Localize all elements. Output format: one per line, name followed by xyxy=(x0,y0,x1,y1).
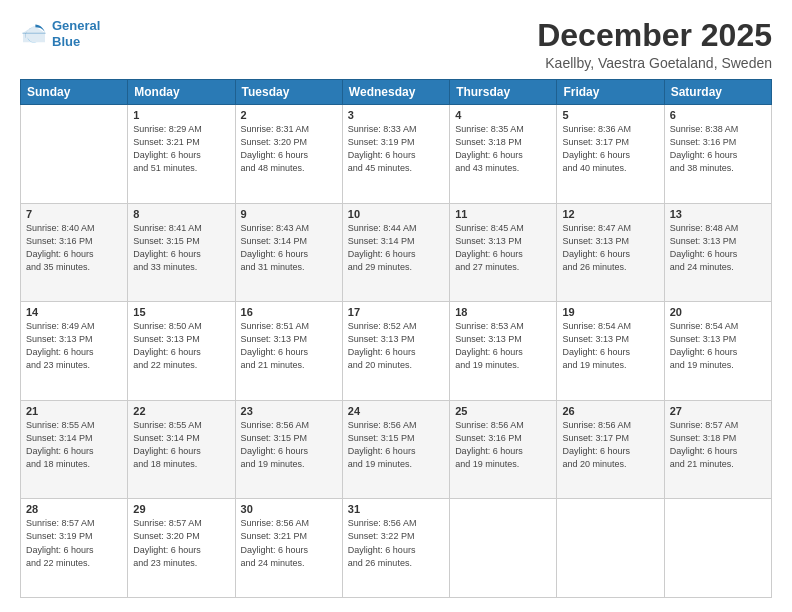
day-info: Sunrise: 8:40 AM Sunset: 3:16 PM Dayligh… xyxy=(26,222,122,274)
day-info: Sunrise: 8:54 AM Sunset: 3:13 PM Dayligh… xyxy=(670,320,766,372)
calendar-cell: 30Sunrise: 8:56 AM Sunset: 3:21 PM Dayli… xyxy=(235,499,342,598)
day-info: Sunrise: 8:48 AM Sunset: 3:13 PM Dayligh… xyxy=(670,222,766,274)
logo: General Blue xyxy=(20,18,100,49)
calendar-cell: 27Sunrise: 8:57 AM Sunset: 3:18 PM Dayli… xyxy=(664,400,771,499)
logo-text: General Blue xyxy=(52,18,100,49)
day-number: 25 xyxy=(455,405,551,417)
calendar-cell: 3Sunrise: 8:33 AM Sunset: 3:19 PM Daylig… xyxy=(342,105,449,204)
calendar-cell: 31Sunrise: 8:56 AM Sunset: 3:22 PM Dayli… xyxy=(342,499,449,598)
calendar-cell xyxy=(21,105,128,204)
title-block: December 2025 Kaellby, Vaestra Goetaland… xyxy=(537,18,772,71)
calendar-cell: 16Sunrise: 8:51 AM Sunset: 3:13 PM Dayli… xyxy=(235,302,342,401)
calendar-cell xyxy=(664,499,771,598)
calendar-cell: 2Sunrise: 8:31 AM Sunset: 3:20 PM Daylig… xyxy=(235,105,342,204)
day-number: 1 xyxy=(133,109,229,121)
calendar-header-sunday: Sunday xyxy=(21,80,128,105)
calendar-cell: 23Sunrise: 8:56 AM Sunset: 3:15 PM Dayli… xyxy=(235,400,342,499)
day-info: Sunrise: 8:41 AM Sunset: 3:15 PM Dayligh… xyxy=(133,222,229,274)
day-info: Sunrise: 8:43 AM Sunset: 3:14 PM Dayligh… xyxy=(241,222,337,274)
calendar-week-row: 28Sunrise: 8:57 AM Sunset: 3:19 PM Dayli… xyxy=(21,499,772,598)
calendar-cell: 19Sunrise: 8:54 AM Sunset: 3:13 PM Dayli… xyxy=(557,302,664,401)
calendar-header-saturday: Saturday xyxy=(664,80,771,105)
day-number: 13 xyxy=(670,208,766,220)
day-number: 29 xyxy=(133,503,229,515)
day-number: 2 xyxy=(241,109,337,121)
calendar-cell: 12Sunrise: 8:47 AM Sunset: 3:13 PM Dayli… xyxy=(557,203,664,302)
calendar-cell: 6Sunrise: 8:38 AM Sunset: 3:16 PM Daylig… xyxy=(664,105,771,204)
calendar-week-row: 1Sunrise: 8:29 AM Sunset: 3:21 PM Daylig… xyxy=(21,105,772,204)
day-info: Sunrise: 8:29 AM Sunset: 3:21 PM Dayligh… xyxy=(133,123,229,175)
calendar-cell: 25Sunrise: 8:56 AM Sunset: 3:16 PM Dayli… xyxy=(450,400,557,499)
day-number: 16 xyxy=(241,306,337,318)
day-number: 17 xyxy=(348,306,444,318)
day-number: 11 xyxy=(455,208,551,220)
calendar-cell: 7Sunrise: 8:40 AM Sunset: 3:16 PM Daylig… xyxy=(21,203,128,302)
month-title: December 2025 xyxy=(537,18,772,53)
logo-blue: Blue xyxy=(52,34,80,49)
header: General Blue December 2025 Kaellby, Vaes… xyxy=(20,18,772,71)
location-title: Kaellby, Vaestra Goetaland, Sweden xyxy=(537,55,772,71)
day-info: Sunrise: 8:50 AM Sunset: 3:13 PM Dayligh… xyxy=(133,320,229,372)
day-number: 19 xyxy=(562,306,658,318)
calendar-cell: 13Sunrise: 8:48 AM Sunset: 3:13 PM Dayli… xyxy=(664,203,771,302)
calendar-cell: 22Sunrise: 8:55 AM Sunset: 3:14 PM Dayli… xyxy=(128,400,235,499)
day-number: 5 xyxy=(562,109,658,121)
calendar-cell: 14Sunrise: 8:49 AM Sunset: 3:13 PM Dayli… xyxy=(21,302,128,401)
day-info: Sunrise: 8:55 AM Sunset: 3:14 PM Dayligh… xyxy=(133,419,229,471)
day-number: 28 xyxy=(26,503,122,515)
calendar-header-thursday: Thursday xyxy=(450,80,557,105)
day-info: Sunrise: 8:56 AM Sunset: 3:21 PM Dayligh… xyxy=(241,517,337,569)
day-number: 21 xyxy=(26,405,122,417)
day-info: Sunrise: 8:47 AM Sunset: 3:13 PM Dayligh… xyxy=(562,222,658,274)
day-info: Sunrise: 8:31 AM Sunset: 3:20 PM Dayligh… xyxy=(241,123,337,175)
day-info: Sunrise: 8:57 AM Sunset: 3:19 PM Dayligh… xyxy=(26,517,122,569)
day-number: 14 xyxy=(26,306,122,318)
calendar-header-monday: Monday xyxy=(128,80,235,105)
calendar-cell: 18Sunrise: 8:53 AM Sunset: 3:13 PM Dayli… xyxy=(450,302,557,401)
day-number: 15 xyxy=(133,306,229,318)
calendar-cell: 10Sunrise: 8:44 AM Sunset: 3:14 PM Dayli… xyxy=(342,203,449,302)
day-info: Sunrise: 8:57 AM Sunset: 3:20 PM Dayligh… xyxy=(133,517,229,569)
day-info: Sunrise: 8:33 AM Sunset: 3:19 PM Dayligh… xyxy=(348,123,444,175)
day-info: Sunrise: 8:54 AM Sunset: 3:13 PM Dayligh… xyxy=(562,320,658,372)
day-info: Sunrise: 8:45 AM Sunset: 3:13 PM Dayligh… xyxy=(455,222,551,274)
calendar-cell: 21Sunrise: 8:55 AM Sunset: 3:14 PM Dayli… xyxy=(21,400,128,499)
day-number: 12 xyxy=(562,208,658,220)
calendar-header-row: SundayMondayTuesdayWednesdayThursdayFrid… xyxy=(21,80,772,105)
calendar-cell: 8Sunrise: 8:41 AM Sunset: 3:15 PM Daylig… xyxy=(128,203,235,302)
calendar-cell: 1Sunrise: 8:29 AM Sunset: 3:21 PM Daylig… xyxy=(128,105,235,204)
day-info: Sunrise: 8:56 AM Sunset: 3:15 PM Dayligh… xyxy=(241,419,337,471)
day-info: Sunrise: 8:56 AM Sunset: 3:17 PM Dayligh… xyxy=(562,419,658,471)
day-number: 8 xyxy=(133,208,229,220)
calendar-cell: 17Sunrise: 8:52 AM Sunset: 3:13 PM Dayli… xyxy=(342,302,449,401)
day-number: 3 xyxy=(348,109,444,121)
calendar-week-row: 7Sunrise: 8:40 AM Sunset: 3:16 PM Daylig… xyxy=(21,203,772,302)
calendar-cell: 15Sunrise: 8:50 AM Sunset: 3:13 PM Dayli… xyxy=(128,302,235,401)
calendar-header-wednesday: Wednesday xyxy=(342,80,449,105)
day-info: Sunrise: 8:38 AM Sunset: 3:16 PM Dayligh… xyxy=(670,123,766,175)
calendar-cell xyxy=(450,499,557,598)
day-number: 18 xyxy=(455,306,551,318)
day-info: Sunrise: 8:53 AM Sunset: 3:13 PM Dayligh… xyxy=(455,320,551,372)
day-number: 24 xyxy=(348,405,444,417)
day-info: Sunrise: 8:57 AM Sunset: 3:18 PM Dayligh… xyxy=(670,419,766,471)
calendar-week-row: 14Sunrise: 8:49 AM Sunset: 3:13 PM Dayli… xyxy=(21,302,772,401)
day-number: 6 xyxy=(670,109,766,121)
day-number: 22 xyxy=(133,405,229,417)
svg-rect-1 xyxy=(22,32,45,33)
calendar-cell: 26Sunrise: 8:56 AM Sunset: 3:17 PM Dayli… xyxy=(557,400,664,499)
calendar-cell: 9Sunrise: 8:43 AM Sunset: 3:14 PM Daylig… xyxy=(235,203,342,302)
calendar-cell: 4Sunrise: 8:35 AM Sunset: 3:18 PM Daylig… xyxy=(450,105,557,204)
calendar-cell: 20Sunrise: 8:54 AM Sunset: 3:13 PM Dayli… xyxy=(664,302,771,401)
day-number: 4 xyxy=(455,109,551,121)
logo-general: General xyxy=(52,18,100,33)
calendar-cell: 5Sunrise: 8:36 AM Sunset: 3:17 PM Daylig… xyxy=(557,105,664,204)
day-number: 7 xyxy=(26,208,122,220)
day-info: Sunrise: 8:49 AM Sunset: 3:13 PM Dayligh… xyxy=(26,320,122,372)
logo-icon xyxy=(20,23,48,45)
calendar-cell: 24Sunrise: 8:56 AM Sunset: 3:15 PM Dayli… xyxy=(342,400,449,499)
day-number: 27 xyxy=(670,405,766,417)
day-number: 9 xyxy=(241,208,337,220)
day-info: Sunrise: 8:35 AM Sunset: 3:18 PM Dayligh… xyxy=(455,123,551,175)
day-info: Sunrise: 8:36 AM Sunset: 3:17 PM Dayligh… xyxy=(562,123,658,175)
